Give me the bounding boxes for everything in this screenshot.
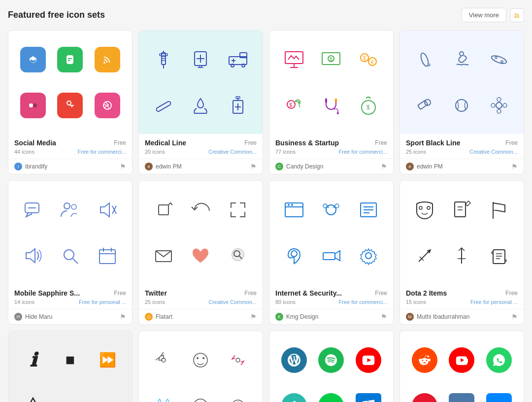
stop-icon: ■ [66,351,75,369]
bookmark-icon[interactable]: ⚑ [250,313,257,321]
svg-point-112 [236,358,240,362]
mask-icon [413,198,436,222]
author-avatar: e [406,163,414,170]
card-author: K Kmg Design ⚑ [269,309,393,324]
svg-rect-102 [493,250,505,264]
svg-point-53 [456,100,467,111]
swimmer-icon [450,48,473,71]
svg-rect-52 [418,100,428,109]
card-preview [8,31,132,134]
undo-arrow-icon [189,198,212,222]
license: Free for commerci... [339,149,387,155]
card-free-label: Free [244,139,257,146]
google-plus-icon [57,93,83,118]
card-social-media-flat[interactable]: 微博 ВК 知 Social Media (Flat) Free 16 icon… [399,331,524,402]
card-info: Social Media Free 44 icons Free for comm… [8,134,132,159]
money-bag-icon: $ [357,94,380,117]
bookmark-icon[interactable]: ⚑ [381,313,387,321]
card-info: Medical Line Free 20 icons Creative Comm… [139,134,263,159]
card-author: M Muthi Ibadurrahman ⚑ [400,309,524,324]
bookmark-icon[interactable]: ⚑ [250,163,257,170]
svg-point-92 [419,206,422,209]
ambulance-icon [226,48,250,71]
book-pen-icon [450,198,473,222]
emoji-droplets-icon [152,394,175,402]
bookmark-icon[interactable]: ⚑ [511,313,518,321]
card-preview [139,31,263,134]
magnet-icon [319,94,343,117]
dribble-icon [95,93,120,118]
author-avatar: C [275,163,283,170]
card-title: Dota 2 Items [406,289,447,297]
icons-count: 14 icons [14,299,34,305]
zhihu-icon: 知 [486,393,512,402]
card-info: Business & Startup Free 77 icons Free fo… [269,134,393,159]
syringe-icon [152,48,175,71]
icons-count: 25 icons [406,149,426,155]
card-title: Twitter [145,289,167,297]
mute-icon [96,198,119,222]
emoji-arrows-icon [152,348,175,372]
card-twitter[interactable]: Twitter Free 25 icons Creative Common...… [138,180,263,325]
card-free-label: Free [114,139,126,146]
svg-point-46 [419,52,430,67]
card-social-media-2[interactable]: ✱ Δ Social Media Free [269,331,394,402]
card-free-label: Free [375,290,387,297]
view-more-button[interactable]: View more [462,8,506,22]
license: Creative Common... [469,149,518,155]
bookmark-icon[interactable]: ⚑ [381,163,387,170]
card-title: Sport Black Line [406,139,460,147]
svg-point-78 [288,204,290,206]
reddit-icon [412,347,437,373]
svg-text:$: $ [366,104,370,111]
section-header: Featured free icon sets View more [8,8,524,22]
license: Creative Common... [208,299,257,305]
svg-point-56 [497,109,501,113]
dropbox-icon [20,47,46,72]
emoji-arrows2-icon [226,348,250,372]
bookmark-icon[interactable]: ⚑ [120,313,126,321]
card-business-startup[interactable]: $ $ € $ [269,30,394,174]
card-emoji-doodle[interactable]: 3 Emoji Line Doodle Free 27 ic [138,331,263,402]
youtube2-icon [449,347,474,373]
card-preview [8,181,132,284]
card-preview [400,31,524,134]
svg-point-0 [515,16,516,18]
author-avatar: K [275,313,283,321]
flickr-icon [20,93,46,118]
calendar-icon [96,244,119,268]
svg-point-49 [495,57,497,59]
rss-button[interactable] [510,8,524,22]
chat-bubble-icon [21,198,45,222]
warning-icon [22,395,44,402]
card-medical-line[interactable]: Medical Line Free 20 icons Creative Comm… [138,30,263,174]
card-preview: $ $ € $ [269,31,393,134]
svg-rect-67 [100,250,115,264]
browser-icon [282,198,306,222]
card-internet-security[interactable]: Internet & Security... Free 80 icons Fre… [269,180,394,325]
card-mobile-sapphire[interactable]: Mobile Sapphire S... Free 14 icons Free … [8,180,133,325]
card-preview: ℹ ■ ⏩ ↪ ≋ [8,331,132,402]
search-bubble-icon [227,245,249,267]
svg-text:€: € [371,60,374,65]
card-typicons[interactable]: ℹ ■ ⏩ ↪ ≋ Typicons Free [8,331,133,402]
svg-rect-23 [156,100,171,112]
bookmark-icon[interactable]: ⚑ [120,163,126,170]
card-sport-black-line[interactable]: Sport Black Line Free 25 icons Creative … [399,30,524,174]
license: Free for commerci... [78,149,126,155]
card-social-media-1[interactable]: Social Media Free 44 icons Free for comm… [8,30,133,174]
list-icon [357,198,380,222]
card-dota2[interactable]: Dota 2 Items Free 15 icons Free for pers… [399,180,524,325]
card-preview: ✱ Δ [269,331,393,402]
bookmark-icon[interactable]: ⚑ [511,163,518,170]
dagger-icon [450,244,473,268]
svg-text:$: $ [289,102,292,108]
card-title: Social Media [14,139,56,147]
money-presentation-icon: $ [319,48,343,71]
exchange-icon: $ € [357,48,380,71]
youtube-icon [356,347,381,373]
spotify-icon [318,347,344,373]
map-marker-icon [282,244,306,268]
presentation-icon [282,48,306,71]
emoji-number-icon: 3 [189,394,212,402]
